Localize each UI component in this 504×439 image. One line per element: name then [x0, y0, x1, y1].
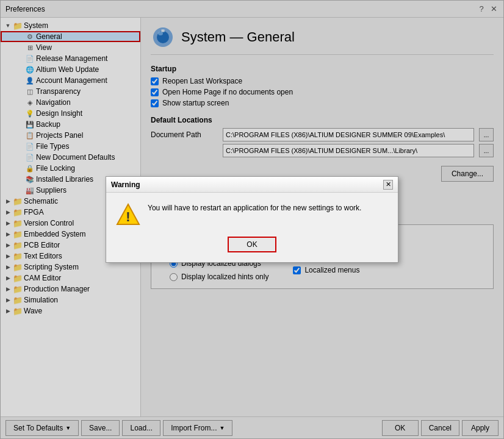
warning-icon: !	[116, 202, 140, 227]
dialog-buttons: OK	[106, 234, 398, 262]
main-window: Preferences ? ✕ ▼ 📁 System ⚙ General	[0, 0, 504, 439]
dialog-overlay: Warning ✕ ! You will have to restart an …	[1, 1, 503, 438]
warning-dialog: Warning ✕ ! You will have to restart an …	[106, 176, 398, 263]
svg-text:!: !	[126, 209, 130, 224]
dialog-ok-button[interactable]: OK	[228, 237, 276, 252]
dialog-message-text: You will have to restart an application …	[148, 202, 388, 214]
dialog-title-text: Warning	[111, 180, 140, 189]
dialog-close-button[interactable]: ✕	[383, 180, 393, 190]
dialog-content: ! You will have to restart an applicatio…	[106, 193, 398, 234]
dialog-title-bar: Warning ✕	[106, 177, 398, 193]
